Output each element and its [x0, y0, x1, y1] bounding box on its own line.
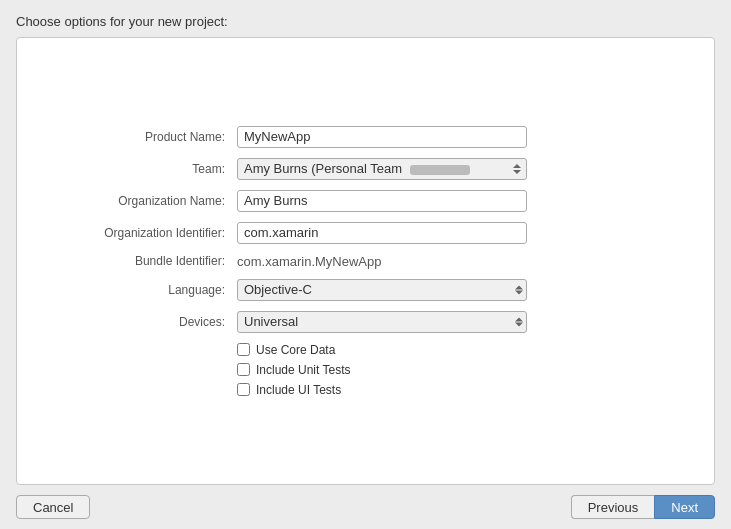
include-unit-tests-checkbox[interactable]: [237, 363, 250, 376]
include-unit-tests-row: Include Unit Tests: [237, 363, 674, 377]
page-title: Choose options for your new project:: [16, 14, 228, 29]
next-button[interactable]: Next: [654, 495, 715, 519]
nav-buttons: Previous Next: [571, 495, 715, 519]
org-name-input[interactable]: [237, 190, 527, 212]
include-ui-tests-checkbox[interactable]: [237, 383, 250, 396]
arrow-up-icon: [513, 164, 521, 168]
language-label: Language:: [57, 283, 237, 297]
cancel-button[interactable]: Cancel: [16, 495, 90, 519]
include-ui-tests-label[interactable]: Include UI Tests: [256, 383, 341, 397]
team-blurred-value: [410, 165, 470, 175]
org-name-label: Organization Name:: [57, 194, 237, 208]
use-core-data-checkbox[interactable]: [237, 343, 250, 356]
org-id-label: Organization Identifier:: [57, 226, 237, 240]
bundle-id-label: Bundle Identifier:: [57, 254, 237, 268]
product-name-label: Product Name:: [57, 130, 237, 144]
org-id-input[interactable]: [237, 222, 527, 244]
devices-label: Devices:: [57, 315, 237, 329]
team-label: Team:: [57, 162, 237, 176]
include-ui-tests-row: Include UI Tests: [237, 383, 674, 397]
use-core-data-row: Use Core Data: [237, 343, 674, 357]
product-name-input[interactable]: [237, 126, 527, 148]
bundle-id-value: com.xamarin.MyNewApp: [237, 252, 382, 271]
use-core-data-label[interactable]: Use Core Data: [256, 343, 335, 357]
language-select-wrapper: Objective-C Swift: [237, 279, 527, 301]
team-text: Amy Burns (Personal Team: [244, 161, 508, 176]
language-select[interactable]: Objective-C Swift: [237, 279, 527, 301]
devices-select-wrapper: Universal iPhone iPad: [237, 311, 527, 333]
devices-select[interactable]: Universal iPhone iPad: [237, 311, 527, 333]
team-field[interactable]: Amy Burns (Personal Team: [237, 158, 527, 180]
include-unit-tests-label[interactable]: Include Unit Tests: [256, 363, 351, 377]
arrow-down-icon: [513, 170, 521, 174]
previous-button[interactable]: Previous: [571, 495, 655, 519]
team-dropdown-arrow: [508, 164, 526, 174]
